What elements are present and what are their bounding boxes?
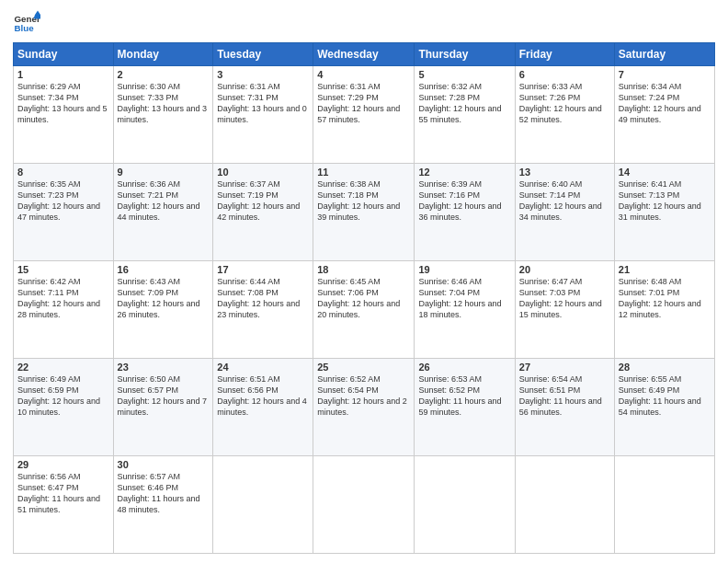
table-row: 28Sunrise: 6:55 AMSunset: 6:49 PMDayligh… xyxy=(614,359,714,456)
day-info: Sunrise: 6:50 AMSunset: 6:57 PMDaylight:… xyxy=(118,373,210,419)
day-number: 13 xyxy=(519,167,610,178)
day-number: 21 xyxy=(619,264,711,275)
table-row: 10Sunrise: 6:37 AMSunset: 7:19 PMDayligh… xyxy=(213,164,313,261)
col-header-monday: Monday xyxy=(113,43,213,66)
day-number: 4 xyxy=(317,69,410,80)
day-number: 24 xyxy=(217,362,309,373)
day-number: 8 xyxy=(17,167,109,178)
day-number: 11 xyxy=(317,167,410,178)
table-row: 1Sunrise: 6:29 AMSunset: 7:34 PMDaylight… xyxy=(14,66,114,164)
day-info: Sunrise: 6:52 AMSunset: 6:54 PMDaylight:… xyxy=(317,373,410,419)
day-info: Sunrise: 6:43 AMSunset: 7:09 PMDaylight:… xyxy=(118,276,210,321)
table-row: 22Sunrise: 6:49 AMSunset: 6:59 PMDayligh… xyxy=(14,359,114,456)
day-number: 16 xyxy=(118,264,210,275)
day-number: 2 xyxy=(118,69,210,80)
table-row: 24Sunrise: 6:51 AMSunset: 6:56 PMDayligh… xyxy=(213,359,313,456)
table-row: 27Sunrise: 6:54 AMSunset: 6:51 PMDayligh… xyxy=(515,359,614,456)
table-row xyxy=(213,456,313,554)
day-info: Sunrise: 6:48 AMSunset: 7:01 PMDaylight:… xyxy=(619,276,711,321)
day-info: Sunrise: 6:38 AMSunset: 7:18 PMDaylight:… xyxy=(317,178,410,224)
day-info: Sunrise: 6:31 AMSunset: 7:31 PMDaylight:… xyxy=(217,81,309,126)
table-row: 23Sunrise: 6:50 AMSunset: 6:57 PMDayligh… xyxy=(113,359,213,456)
day-number: 23 xyxy=(118,362,210,373)
col-header-friday: Friday xyxy=(515,43,614,66)
logo: General Blue xyxy=(13,9,40,37)
day-number: 30 xyxy=(118,459,210,470)
day-number: 17 xyxy=(217,264,309,275)
day-number: 9 xyxy=(118,167,210,178)
calendar: SundayMondayTuesdayWednesdayThursdayFrid… xyxy=(13,42,715,554)
day-info: Sunrise: 6:53 AMSunset: 6:52 PMDaylight:… xyxy=(418,373,510,419)
table-row: 2Sunrise: 6:30 AMSunset: 7:33 PMDaylight… xyxy=(113,66,213,164)
day-number: 10 xyxy=(217,167,309,178)
col-header-sunday: Sunday xyxy=(14,43,114,66)
day-info: Sunrise: 6:40 AMSunset: 7:14 PMDaylight:… xyxy=(519,178,610,224)
day-info: Sunrise: 6:32 AMSunset: 7:28 PMDaylight:… xyxy=(418,81,510,126)
table-row: 20Sunrise: 6:47 AMSunset: 7:03 PMDayligh… xyxy=(515,261,614,359)
table-row: 19Sunrise: 6:46 AMSunset: 7:04 PMDayligh… xyxy=(415,261,515,359)
table-row: 21Sunrise: 6:48 AMSunset: 7:01 PMDayligh… xyxy=(614,261,714,359)
day-number: 26 xyxy=(418,362,510,373)
day-info: Sunrise: 6:42 AMSunset: 7:11 PMDaylight:… xyxy=(17,276,109,321)
col-header-saturday: Saturday xyxy=(614,43,714,66)
day-info: Sunrise: 6:57 AMSunset: 6:46 PMDaylight:… xyxy=(118,471,210,516)
day-info: Sunrise: 6:54 AMSunset: 6:51 PMDaylight:… xyxy=(519,373,610,419)
col-header-thursday: Thursday xyxy=(415,43,515,66)
table-row: 17Sunrise: 6:44 AMSunset: 7:08 PMDayligh… xyxy=(213,261,313,359)
svg-marker-2 xyxy=(35,11,40,16)
day-number: 3 xyxy=(217,69,309,80)
col-header-tuesday: Tuesday xyxy=(213,43,313,66)
day-number: 20 xyxy=(519,264,610,275)
day-info: Sunrise: 6:46 AMSunset: 7:04 PMDaylight:… xyxy=(418,276,510,321)
day-number: 5 xyxy=(418,69,510,80)
day-number: 22 xyxy=(17,362,109,373)
day-number: 19 xyxy=(418,264,510,275)
day-number: 1 xyxy=(17,69,109,80)
day-info: Sunrise: 6:45 AMSunset: 7:06 PMDaylight:… xyxy=(317,276,410,321)
day-info: Sunrise: 6:29 AMSunset: 7:34 PMDaylight:… xyxy=(17,81,109,126)
table-row: 29Sunrise: 6:56 AMSunset: 6:47 PMDayligh… xyxy=(14,456,114,554)
day-info: Sunrise: 6:41 AMSunset: 7:13 PMDaylight:… xyxy=(619,178,711,224)
day-number: 6 xyxy=(519,69,610,80)
col-header-wednesday: Wednesday xyxy=(313,43,415,66)
table-row: 8Sunrise: 6:35 AMSunset: 7:23 PMDaylight… xyxy=(14,164,114,261)
table-row: 7Sunrise: 6:34 AMSunset: 7:24 PMDaylight… xyxy=(614,66,714,164)
table-row: 9Sunrise: 6:36 AMSunset: 7:21 PMDaylight… xyxy=(113,164,213,261)
day-info: Sunrise: 6:44 AMSunset: 7:08 PMDaylight:… xyxy=(217,276,309,321)
table-row xyxy=(614,456,714,554)
day-number: 29 xyxy=(17,459,109,470)
table-row: 18Sunrise: 6:45 AMSunset: 7:06 PMDayligh… xyxy=(313,261,415,359)
table-row: 6Sunrise: 6:33 AMSunset: 7:26 PMDaylight… xyxy=(515,66,614,164)
day-number: 27 xyxy=(519,362,610,373)
day-info: Sunrise: 6:55 AMSunset: 6:49 PMDaylight:… xyxy=(619,373,711,419)
day-info: Sunrise: 6:39 AMSunset: 7:16 PMDaylight:… xyxy=(418,178,510,224)
table-row: 15Sunrise: 6:42 AMSunset: 7:11 PMDayligh… xyxy=(14,261,114,359)
table-row: 16Sunrise: 6:43 AMSunset: 7:09 PMDayligh… xyxy=(113,261,213,359)
table-row: 11Sunrise: 6:38 AMSunset: 7:18 PMDayligh… xyxy=(313,164,415,261)
table-row: 13Sunrise: 6:40 AMSunset: 7:14 PMDayligh… xyxy=(515,164,614,261)
table-row: 5Sunrise: 6:32 AMSunset: 7:28 PMDaylight… xyxy=(415,66,515,164)
table-row: 30Sunrise: 6:57 AMSunset: 6:46 PMDayligh… xyxy=(113,456,213,554)
day-number: 7 xyxy=(619,69,711,80)
day-number: 28 xyxy=(619,362,711,373)
day-info: Sunrise: 6:30 AMSunset: 7:33 PMDaylight:… xyxy=(118,81,210,126)
table-row: 12Sunrise: 6:39 AMSunset: 7:16 PMDayligh… xyxy=(415,164,515,261)
table-row: 4Sunrise: 6:31 AMSunset: 7:29 PMDaylight… xyxy=(313,66,415,164)
table-row: 26Sunrise: 6:53 AMSunset: 6:52 PMDayligh… xyxy=(415,359,515,456)
day-info: Sunrise: 6:35 AMSunset: 7:23 PMDaylight:… xyxy=(17,178,109,224)
day-number: 14 xyxy=(619,167,711,178)
day-info: Sunrise: 6:47 AMSunset: 7:03 PMDaylight:… xyxy=(519,276,610,321)
day-number: 25 xyxy=(317,362,410,373)
day-info: Sunrise: 6:31 AMSunset: 7:29 PMDaylight:… xyxy=(317,81,410,126)
day-info: Sunrise: 6:37 AMSunset: 7:19 PMDaylight:… xyxy=(217,178,309,224)
table-row: 25Sunrise: 6:52 AMSunset: 6:54 PMDayligh… xyxy=(313,359,415,456)
day-number: 12 xyxy=(418,167,510,178)
day-number: 15 xyxy=(17,264,109,275)
day-info: Sunrise: 6:36 AMSunset: 7:21 PMDaylight:… xyxy=(118,178,210,224)
table-row xyxy=(515,456,614,554)
table-row: 14Sunrise: 6:41 AMSunset: 7:13 PMDayligh… xyxy=(614,164,714,261)
day-info: Sunrise: 6:34 AMSunset: 7:24 PMDaylight:… xyxy=(619,81,711,126)
day-info: Sunrise: 6:49 AMSunset: 6:59 PMDaylight:… xyxy=(17,373,109,419)
day-number: 18 xyxy=(317,264,410,275)
table-row: 3Sunrise: 6:31 AMSunset: 7:31 PMDaylight… xyxy=(213,66,313,164)
